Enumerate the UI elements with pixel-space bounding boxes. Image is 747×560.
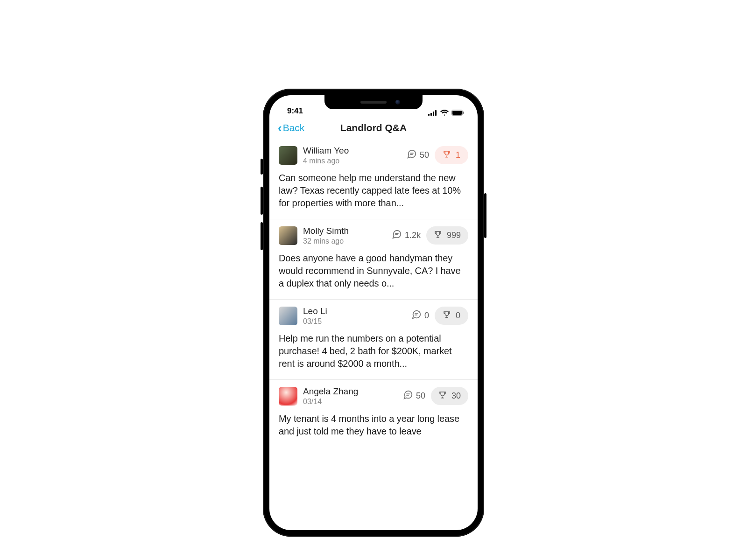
comment-count-value: 0 <box>424 311 429 321</box>
cellular-signal-icon <box>428 110 437 116</box>
svg-rect-1 <box>430 113 432 116</box>
author-name: William Yeo <box>303 146 401 156</box>
chat-bubble-icon <box>392 229 402 242</box>
post-header: Molly Simth 32 mins ago 1.2k 999 <box>279 226 468 245</box>
post-timestamp: 03/15 <box>303 317 406 326</box>
chat-bubble-icon <box>403 390 413 402</box>
svg-rect-0 <box>428 114 430 116</box>
avatar[interactable] <box>279 307 297 325</box>
post-body: Help me run the numbers on a potential p… <box>279 332 468 370</box>
back-button[interactable]: ‹ Back <box>278 122 304 134</box>
trophy-icon <box>434 230 442 241</box>
award-count-value: 999 <box>447 231 461 240</box>
author-name: Angela Zhang <box>303 386 397 397</box>
author-name: Molly Simth <box>303 226 386 237</box>
award-count-value: 30 <box>451 391 461 401</box>
award-pill[interactable]: 0 <box>435 307 468 325</box>
svg-rect-3 <box>435 110 437 116</box>
wifi-icon <box>440 110 449 116</box>
post-timestamp: 4 mins ago <box>303 156 401 165</box>
avatar[interactable] <box>279 146 297 165</box>
post-header: Leo Li 03/15 0 0 <box>279 306 468 326</box>
post-body: Can someone help me understand the new l… <box>279 172 468 210</box>
comment-count[interactable]: 1.2k <box>392 229 421 242</box>
mute-switch <box>261 159 263 175</box>
post-header: Angela Zhang 03/14 50 30 <box>279 386 468 406</box>
award-pill[interactable]: 1 <box>435 146 468 164</box>
svg-rect-6 <box>463 112 464 114</box>
award-count-value: 0 <box>456 311 460 321</box>
svg-rect-5 <box>452 111 462 115</box>
screen: 9:41 ‹ Back Landlord Q&A <box>269 95 478 530</box>
nav-bar: ‹ Back Landlord Q&A <box>269 117 478 139</box>
avatar[interactable] <box>279 226 297 245</box>
clock: 9:41 <box>287 106 303 116</box>
trophy-icon <box>443 310 451 321</box>
trophy-icon <box>438 391 447 401</box>
battery-icon <box>451 110 465 116</box>
comment-count-value: 50 <box>420 150 429 160</box>
svg-rect-2 <box>433 112 434 116</box>
avatar[interactable] <box>279 387 297 406</box>
chat-bubble-icon <box>411 309 422 322</box>
power-button <box>484 193 486 238</box>
post-item[interactable]: Molly Simth 32 mins ago 1.2k 999 Doe <box>269 219 478 300</box>
author-name: Leo Li <box>303 306 406 317</box>
comment-count-value: 1.2k <box>405 231 421 240</box>
page-title: Landlord Q&A <box>340 122 407 133</box>
post-timestamp: 32 mins ago <box>303 237 386 245</box>
trophy-icon <box>443 150 451 161</box>
speaker-grille <box>360 101 387 104</box>
back-label: Back <box>283 122 305 133</box>
comment-count[interactable]: 50 <box>407 149 429 161</box>
post-item[interactable]: Leo Li 03/15 0 0 Help me run the num <box>269 300 478 380</box>
chevron-left-icon: ‹ <box>278 122 282 134</box>
comment-count[interactable]: 0 <box>411 309 429 322</box>
post-item[interactable]: Angela Zhang 03/14 50 30 My tenant i <box>269 380 478 447</box>
comment-count[interactable]: 50 <box>403 390 425 402</box>
post-body: My tenant is 4 months into a year long l… <box>279 413 468 438</box>
award-pill[interactable]: 30 <box>431 387 468 405</box>
notch <box>324 95 423 109</box>
post-body: Does anyone have a good handyman they wo… <box>279 252 468 290</box>
post-timestamp: 03/14 <box>303 397 397 406</box>
phone-frame: 9:41 ‹ Back Landlord Q&A <box>263 89 484 537</box>
award-pill[interactable]: 999 <box>426 226 468 245</box>
volume-up-button <box>261 187 263 215</box>
comment-count-value: 50 <box>416 391 425 401</box>
volume-down-button <box>261 222 263 250</box>
award-count-value: 1 <box>456 150 460 160</box>
front-camera <box>395 100 400 105</box>
post-item[interactable]: William Yeo 4 mins ago 50 1 Can some <box>269 139 478 219</box>
post-header: William Yeo 4 mins ago 50 1 <box>279 146 468 165</box>
post-feed[interactable]: William Yeo 4 mins ago 50 1 Can some <box>269 139 478 447</box>
chat-bubble-icon <box>407 149 417 161</box>
